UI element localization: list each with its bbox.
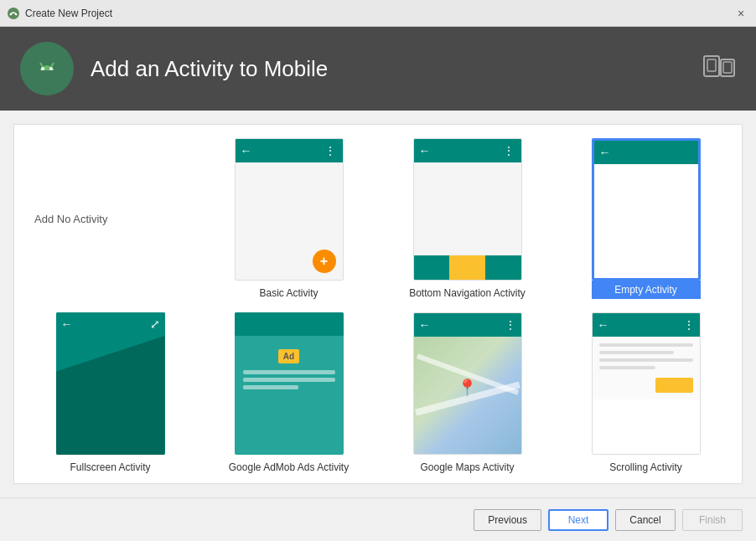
finish-button: Finish bbox=[682, 509, 743, 531]
device-icon bbox=[702, 53, 736, 85]
fullscreen-preview: ← ⤢ bbox=[56, 312, 165, 455]
activity-item-ads[interactable]: Ad Google AdMob Ads Activity bbox=[206, 312, 371, 473]
map-pin-icon: 📍 bbox=[457, 378, 478, 398]
svg-point-1 bbox=[10, 13, 12, 14]
ads-body: Ad bbox=[235, 336, 344, 401]
header-title: Add an Activity to Mobile bbox=[91, 56, 328, 82]
basic-fab: + bbox=[313, 250, 336, 273]
maps-preview: ← ⋮ 📍 bbox=[413, 312, 522, 455]
basic-activity-preview: ← ⋮ + bbox=[235, 138, 344, 281]
bottom-nav-label: Bottom Navigation Activity bbox=[409, 287, 526, 299]
empty-phone-body bbox=[594, 164, 698, 278]
expand-icon: ⤢ bbox=[150, 317, 160, 331]
bottom-nav-preview: ← ⋮ bbox=[413, 138, 522, 281]
fullscreen-label: Fullscreen Activity bbox=[70, 461, 150, 473]
maps-label: Google Maps Activity bbox=[420, 461, 514, 473]
svg-point-2 bbox=[15, 13, 17, 14]
svg-point-4 bbox=[41, 67, 44, 70]
activity-item-maps[interactable]: ← ⋮ 📍 Google Maps Activity bbox=[385, 312, 550, 473]
activity-item-no-activity[interactable]: Add No Activity bbox=[28, 138, 193, 299]
svg-point-0 bbox=[8, 8, 19, 19]
fullscreen-header: ← ⤢ bbox=[56, 312, 165, 336]
cancel-button[interactable]: Cancel bbox=[615, 509, 676, 531]
activity-item-basic[interactable]: ← ⋮ + Basic Activity bbox=[206, 138, 371, 299]
previous-button[interactable]: Previous bbox=[474, 509, 541, 531]
svg-rect-9 bbox=[707, 59, 716, 71]
activity-item-bottom-nav[interactable]: ← ⋮ Bottom Navigation Activity bbox=[385, 138, 550, 299]
next-button[interactable]: Next bbox=[548, 509, 608, 531]
bottom-nav-body bbox=[414, 162, 521, 280]
footer: Previous Next Cancel Finish bbox=[0, 497, 756, 541]
ad-badge: Ad bbox=[278, 349, 299, 363]
window-icon bbox=[7, 7, 20, 20]
no-activity-label: Add No Activity bbox=[34, 213, 107, 225]
map-background: 📍 bbox=[414, 337, 521, 454]
ads-label: Google AdMob Ads Activity bbox=[229, 461, 349, 473]
header: Add an Activity to Mobile bbox=[0, 27, 756, 111]
maps-header: ← ⋮ bbox=[414, 313, 521, 337]
ads-preview: Ad bbox=[235, 312, 344, 455]
basic-activity-label: Basic Activity bbox=[259, 287, 318, 299]
scrolling-header: ← ⋮ bbox=[593, 313, 700, 337]
svg-rect-11 bbox=[723, 62, 732, 73]
empty-activity-preview: ← bbox=[592, 138, 701, 281]
maps-body: 📍 bbox=[414, 337, 521, 454]
scrolling-label: Scrolling Activity bbox=[609, 461, 682, 473]
empty-activity-selected-label: Empty Activity bbox=[592, 281, 701, 299]
android-icon bbox=[30, 52, 64, 85]
scrolling-body bbox=[593, 337, 700, 399]
main-window: Create New Project × Add an Activity to … bbox=[0, 0, 756, 541]
empty-phone-header: ← bbox=[594, 141, 698, 164]
basic-phone-body: + bbox=[236, 162, 343, 280]
diagonal-decoration bbox=[56, 336, 165, 455]
scroll-yellow-button bbox=[655, 378, 693, 393]
ads-header bbox=[235, 312, 344, 336]
close-button[interactable]: × bbox=[733, 5, 749, 22]
bottom-nav-bar bbox=[414, 255, 521, 280]
svg-point-5 bbox=[49, 67, 53, 70]
title-bar: Create New Project × bbox=[0, 0, 756, 27]
activities-grid: Add No Activity ← ⋮ + Basic Activity bbox=[13, 124, 743, 484]
activity-item-scrolling[interactable]: ← ⋮ Scrolling Activity bbox=[563, 312, 728, 473]
basic-phone-header: ← ⋮ bbox=[236, 139, 343, 162]
android-logo bbox=[20, 42, 74, 95]
activity-item-empty[interactable]: ← Empty Activity bbox=[563, 138, 728, 299]
ad-lines bbox=[243, 370, 335, 393]
activity-item-fullscreen[interactable]: ← ⤢ Fullscreen Activity bbox=[28, 312, 193, 473]
main-content: Add No Activity ← ⋮ + Basic Activity bbox=[0, 111, 756, 497]
bottom-nav-phone-header: ← ⋮ bbox=[414, 139, 521, 162]
scrolling-preview: ← ⋮ bbox=[592, 312, 701, 455]
title-bar-text: Create New Project bbox=[25, 8, 733, 19]
